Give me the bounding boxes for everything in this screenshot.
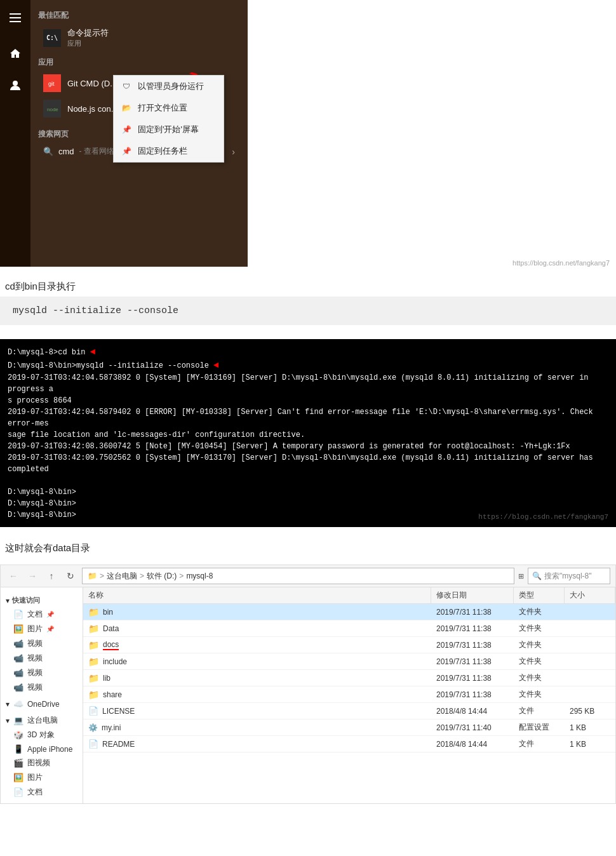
bin-size-cell	[565, 604, 615, 620]
myini-name: my.ini	[102, 723, 121, 732]
svg-rect-1	[10, 17, 21, 18]
bin-date: 2019/7/31 11:38	[436, 608, 492, 617]
breadcrumb-sep-2: >	[140, 572, 144, 580]
sidebar-item-onedrive[interactable]: ▾ ☁️ OneDrive	[1, 697, 83, 711]
bin-type: 文件夹	[519, 606, 542, 617]
ctx-pin-taskbar[interactable]: 📌 固定到任务栏	[114, 140, 224, 162]
expand-this-pc: ▾	[6, 716, 10, 725]
myini-date: 2019/7/31 11:40	[436, 723, 492, 732]
readme-name-cell: 📄 README	[83, 736, 431, 752]
sidebar-item-3d[interactable]: 🎲 3D 对象	[1, 728, 83, 742]
sidebar-item-video-2[interactable]: 📹 视频	[1, 651, 83, 665]
folder-icon-include: 📁	[88, 657, 99, 667]
ctx-run-admin[interactable]: 🛡 以管理员身份运行	[114, 76, 224, 97]
lib-date-cell: 2019/7/31 11:38	[431, 670, 514, 686]
breadcrumb-item-1[interactable]: 这台电脑	[107, 571, 137, 582]
file-row-myini[interactable]: ⚙️ my.ini 2019/7/31 11:40 配置设置 1 KB	[83, 719, 615, 736]
hamburger-nav-item[interactable]	[3, 5, 28, 30]
license-date: 2018/4/8 14:44	[436, 707, 487, 716]
video-icon-1: 📹	[13, 639, 23, 648]
start-menu-sidebar	[0, 0, 30, 267]
include-name-cell: 📁 include	[83, 653, 431, 669]
sidebar-item-video-4[interactable]: 📹 视频	[1, 680, 83, 695]
share-name: share	[103, 690, 122, 699]
3d-icon: 🎲	[13, 730, 23, 740]
readme-type-cell: 文件	[514, 736, 565, 752]
file-row-lib[interactable]: 📁 lib 2019/7/31 11:38 文件夹	[83, 670, 615, 686]
license-size-cell: 295 KB	[565, 703, 615, 719]
lib-date: 2019/7/31 11:38	[436, 674, 492, 683]
pin-taskbar-icon: 📌	[121, 146, 131, 156]
onedrive-icon: ☁️	[13, 699, 23, 709]
cmd-item-info: 命令提示符 应用	[67, 27, 109, 48]
iphone-label: Apple iPhone	[27, 745, 72, 754]
col-date[interactable]: 修改日期	[431, 587, 514, 603]
ctx-pin-taskbar-label: 固定到任务栏	[138, 145, 187, 157]
folder-icon-data: 📁	[88, 624, 99, 634]
sidebar-item-video-3[interactable]: 📹 视频	[1, 665, 83, 680]
forward-button[interactable]: →	[25, 568, 40, 584]
sidebar-item-apple-iphone[interactable]: 📱 Apple iPhone	[1, 742, 83, 756]
iphone-icon: 📱	[13, 744, 23, 754]
file-row-include[interactable]: 📁 include 2019/7/31 11:38 文件夹	[83, 653, 615, 670]
file-row-docs[interactable]: 📁 docs 2019/7/31 11:38 文件夹	[83, 637, 615, 653]
sidebar-item-pictures[interactable]: 🖼️ 图片 📌	[1, 622, 83, 636]
terminal-line-3: 2019-07-31T03:42:04.5873892 0 [System] […	[8, 372, 608, 395]
terminal-line-7: 2019-07-31T03:42:08.3600742 5 [Note] [MY…	[8, 441, 608, 452]
docs-type-cell: 文件夹	[514, 637, 565, 653]
col-type[interactable]: 类型	[514, 587, 565, 603]
file-row-bin[interactable]: 📁 bin 2019/7/31 11:38 文件夹	[83, 604, 615, 620]
ctx-pin-start[interactable]: 📌 固定到'开始'屏幕	[114, 119, 224, 140]
pictures-icon: 🖼️	[13, 624, 23, 634]
share-type-cell: 文件夹	[514, 686, 565, 702]
spacer-1	[0, 331, 616, 339]
sidebar-item-pics-bottom[interactable]: 🖼️ 图片	[1, 770, 83, 785]
terminal-line-2: D:\mysql-8\bin>mysqld --initialize --con…	[8, 359, 608, 372]
this-pc-label: 这台电脑	[27, 715, 58, 726]
terminal-line-9: D:\mysql-8\bin>	[8, 486, 608, 498]
myini-size-cell: 1 KB	[565, 719, 615, 735]
ctx-open-location[interactable]: 📂 打开文件位置	[114, 97, 224, 119]
back-button[interactable]: ←	[6, 568, 21, 584]
up-button[interactable]: ↑	[44, 568, 59, 584]
sidebar-item-video-1[interactable]: 📹 视频	[1, 636, 83, 651]
col-name[interactable]: 名称	[83, 587, 431, 603]
sidebar-item-docs-bottom[interactable]: 📄 文档	[1, 785, 83, 799]
user-nav-item[interactable]	[3, 72, 28, 98]
quick-access-group: ▾ 快速访问 📄 文档 📌 🖼️ 图片 📌 📹 视频	[1, 594, 83, 695]
breadcrumb-item-2[interactable]: 软件 (D:)	[147, 571, 177, 582]
video-file-label: 图视频	[27, 758, 50, 768]
data-size-cell	[565, 620, 615, 636]
refresh-button[interactable]: ↻	[63, 568, 78, 584]
sidebar-item-documents[interactable]: 📄 文档 📌	[1, 607, 83, 622]
include-name: include	[103, 657, 127, 666]
section-2-header: 这时就会有data目录	[0, 535, 616, 558]
terminal-watermark: https://blog.csdn.net/fangkang7	[478, 512, 608, 523]
sidebar-item-documents-label: 文档	[27, 609, 43, 620]
ctx-open-location-label: 打开文件位置	[138, 102, 187, 114]
explorer-search-bar[interactable]: 🔍 搜索"mysql-8"	[528, 568, 610, 584]
breadcrumb-item-3[interactable]: mysql-8	[186, 572, 213, 580]
file-row-share[interactable]: 📁 share 2019/7/31 11:38 文件夹	[83, 686, 615, 703]
spacer-3	[0, 558, 616, 562]
cmd-menu-item[interactable]: C:\ 命令提示符 应用	[38, 23, 240, 52]
include-size-cell	[565, 653, 615, 669]
sidebar-item-video-2-label: 视频	[27, 653, 43, 664]
file-row-readme[interactable]: 📄 README 2018/4/8 14:44 文件 1 KB	[83, 736, 615, 752]
terminal-line-10: D:\mysql-8\bin>	[8, 498, 608, 509]
data-type: 文件夹	[519, 623, 542, 634]
sort-icon: ⊞	[518, 572, 524, 580]
sidebar-item-this-pc[interactable]: ▾ 💻 这台电脑	[1, 713, 83, 728]
docs-bottom-label: 文档	[27, 787, 43, 798]
bin-name-cell: 📁 bin	[83, 604, 431, 620]
sidebar-item-video-file[interactable]: 🎬 图视频	[1, 756, 83, 770]
ctx-pin-start-label: 固定到'开始'屏幕	[138, 124, 199, 135]
docs-date: 2019/7/31 11:38	[436, 641, 492, 650]
col-size[interactable]: 大小	[565, 587, 615, 603]
file-row-license[interactable]: 📄 LICENSE 2018/4/8 14:44 文件 295 KB	[83, 703, 615, 719]
home-nav-item[interactable]	[3, 41, 28, 66]
readme-date-cell: 2018/4/8 14:44	[431, 736, 514, 752]
file-row-data[interactable]: 📁 Data 2019/7/31 11:38 文件夹	[83, 620, 615, 637]
quick-access-header[interactable]: ▾ 快速访问	[1, 594, 83, 607]
git-icon: git	[43, 74, 61, 92]
